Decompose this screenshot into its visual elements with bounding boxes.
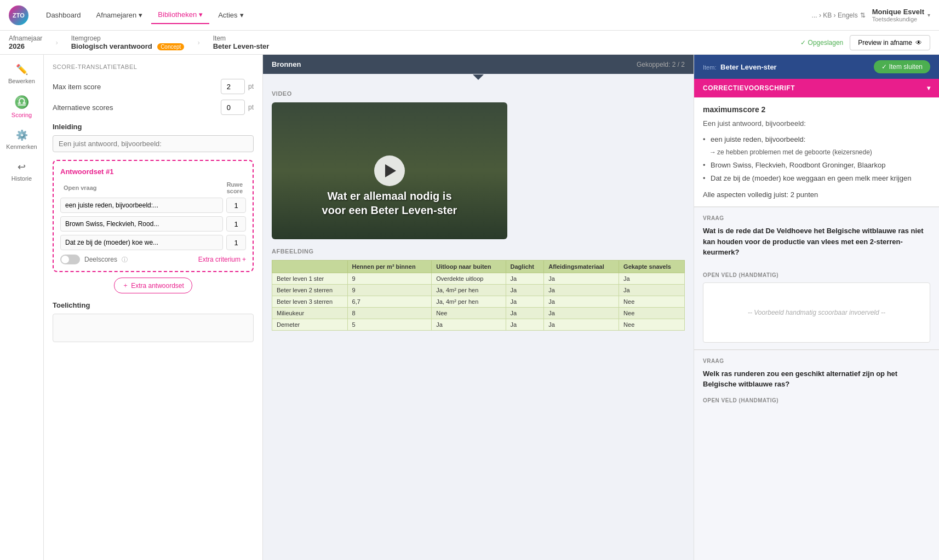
answer-text-3[interactable] [60,235,223,250]
check-icon: ✓ [881,63,887,71]
answer-row-1 [60,198,246,213]
correctie-header[interactable]: CORRECTIEVOORSCHRIFT ▾ [694,79,939,97]
alt-score-row: Alternatieve scores pt [53,100,254,115]
inleiding-title: Inleiding [53,123,254,131]
play-triangle-icon [385,164,396,177]
open-veld1-section: OPEN VELD (HANDMATIG) -- Voorbeeld handm… [694,265,939,349]
table-cell: Ja [544,308,619,319]
correctie-content: maximumscore 2 Een juist antwoord, bijvo… [694,97,939,206]
chevron-up-icon: ▾ [927,84,931,92]
item-sluiten-button[interactable]: ✓ Item sluiten [874,60,930,73]
play-button[interactable] [374,155,405,186]
sidebar-label-bewerken: Bewerken [8,78,35,84]
app-logo: ZTO [9,5,28,25]
answer-score-2[interactable] [226,216,246,232]
sidebar-item-kenmerken[interactable]: ⚙️ Kenmerken [2,125,42,154]
history-icon: ↩ [18,161,26,173]
table-cell: Ja, 4m² per hen [432,285,506,296]
list-item: Dat ze bij de (moeder) koe weggaan en ge… [703,172,930,185]
table-cell: Demeter [272,319,348,331]
chevron-down-icon: ▾ [927,12,930,18]
nav-afnamejaren[interactable]: Afnamejaren ▾ [90,7,150,24]
nav-dashboard[interactable]: Dashboard [39,7,88,24]
max-score-unit: pt [248,83,254,90]
sidebar-item-scoring[interactable]: ♎ Scoring [2,91,42,123]
toggle-knob [61,256,69,263]
max-score-text: maximumscore 2 [703,105,930,114]
table-cell: Ja [432,319,506,331]
toelichting-input[interactable] [53,314,254,342]
user-name: Monique Esvelt [872,8,924,16]
answer-set-title: Antwoordset #1 [60,168,246,176]
vraag1-label: VRAAG [703,215,930,221]
answer-text-2[interactable] [60,216,223,232]
open-veld2-label: OPEN VELD (HANDMATIG) [703,397,930,403]
table-cell: Nee [432,308,506,319]
table-cell: Ja [506,296,544,308]
col-score-header: Ruwe score [210,181,243,194]
video-thumbnail[interactable]: Wat er allemaal nodig is voor een Beter … [272,102,507,239]
sidebar-label-kenmerken: Kenmerken [6,143,37,150]
table-header-2: Uitloop naar buiten [432,261,506,273]
answer-row-2 [60,216,246,232]
plus-icon: ＋ [122,281,129,290]
header-arrow [473,74,484,80]
subnav-itemgroep: Itemgroep Biologisch verantwoord Concept [71,34,185,50]
sub-navigation: Afnamejaar 2026 › Itemgroep Biologisch v… [0,31,939,55]
table-cell: Ja [506,273,544,285]
open-veld1-box: -- Voorbeeld handmatig scoorbaar invoerv… [703,282,930,343]
table-header-0 [272,261,348,273]
answer-set-1: Antwoordset #1 Open vraag Ruwe score [53,160,254,272]
table-cell: Ja [619,273,685,285]
gekoppeld-badge: Gekoppeld: 2 / 2 [637,61,685,68]
table-header-5: Gekapte snavels [619,261,685,273]
answer-row-3 [60,235,246,250]
sidebar: ✏️ Bewerken ♎ Scoring ⚙️ Kenmerken ↩ His… [0,55,44,560]
afbeelding-label: AFBEELDING [272,248,685,255]
deelscores-toggle[interactable] [60,255,80,264]
max-score-input[interactable] [221,79,245,94]
table-cell: Beter leven 3 sterren [272,296,348,308]
data-table: Hennen per m² binnen Uitloop naar buiten… [272,260,685,331]
vraag1-text: Wat is de rede dat De Veldhoeve het Belg… [703,226,930,258]
table-cell: Nee [619,308,685,319]
extra-antwoordset-button[interactable]: ＋ Extra antwoordset [114,278,192,293]
top-navigation: ZTO Dashboard Afnamejaren ▾ Bibliotheken… [0,0,939,31]
user-info[interactable]: Monique Esvelt Toetsdeskundige ▾ [872,8,930,22]
inleiding-input[interactable] [53,135,254,152]
nav-acties[interactable]: Acties ▾ [211,7,250,24]
extra-criterium-button[interactable]: Extra criterium + [198,256,246,263]
deelscores-row: Deelscores ⓘ Extra criterium + [60,255,246,264]
scoring-panel: SCORE-TRANSLATIETABEL Max item score pt … [44,55,263,560]
table-row: Demeter 5 Ja Ja Ja Nee [272,319,685,331]
nav-bibliotheken[interactable]: Bibliotheken ▾ [151,6,209,24]
info-icon[interactable]: ⓘ [122,256,128,264]
table-cell: Ja [544,319,619,331]
answer-text-1[interactable] [60,198,223,213]
alt-score-unit: pt [248,103,254,111]
sidebar-item-bewerken[interactable]: ✏️ Bewerken [2,59,42,89]
table-row: Milieukeur 8 Nee Ja Ja Nee [272,308,685,319]
col-question-header: Open vraag [64,184,210,191]
video-section: VIDEO Wat er allemaal nodig is voor een … [263,82,694,248]
item-title-label: Item: [703,64,716,71]
table-header-4: Afleidingsmateriaal [544,261,619,273]
max-score-row: Max item score pt [53,79,254,94]
open-veld1-label: OPEN VELD (HANDMATIG) [703,272,930,278]
preview-button[interactable]: Preview in afname 👁 [850,35,930,50]
answer-score-1[interactable] [226,198,246,213]
deelscores-label: Deelscores [84,256,117,263]
sidebar-item-historie[interactable]: ↩ Historie [2,157,42,186]
vraag2-label: VRAAG [703,358,930,364]
answer-score-3[interactable] [226,235,246,250]
settings-icon: ⚙️ [16,129,28,141]
list-item: een juiste reden, bijvoorbeeld: [703,133,930,146]
user-role: Toetsdeskundige [872,16,924,22]
alt-score-input[interactable] [221,100,245,115]
nav-right: ... › KB › Engels ⇅ Monique Esvelt Toets… [812,8,930,22]
main-layout: ✏️ Bewerken ♎ Scoring ⚙️ Kenmerken ↩ His… [0,55,939,560]
scoring-icon: ♎ [14,95,29,109]
eye-icon: 👁 [915,39,922,47]
right-panel-header: Item: Beter Leven-ster ✓ Item sluiten [694,55,939,79]
table-cell: Ja [506,285,544,296]
